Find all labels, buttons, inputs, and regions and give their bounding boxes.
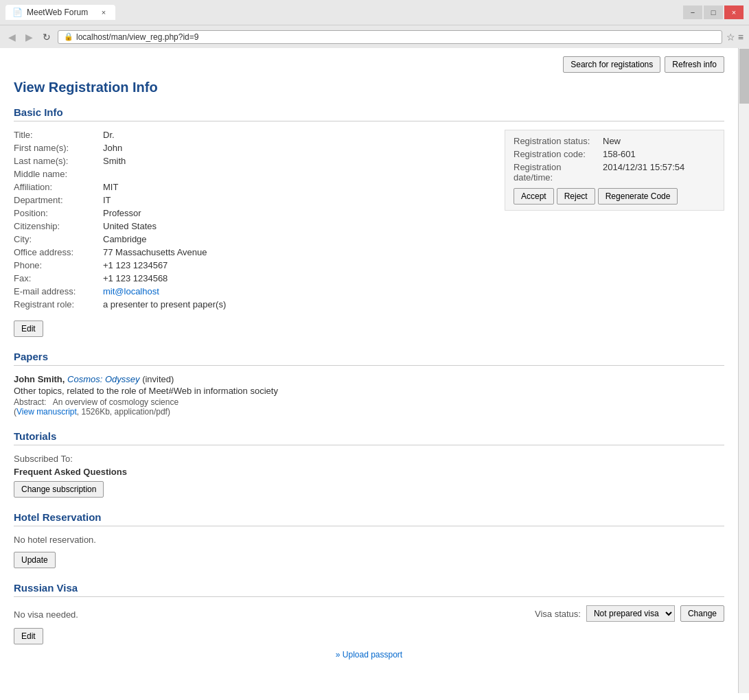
label-department: Department:	[14, 195, 103, 205]
info-row-affiliation: Affiliation: MIT	[14, 182, 477, 192]
papers-title: Papers	[14, 351, 724, 366]
label-fax: Fax:	[14, 273, 103, 283]
tutorials-section: Tutorials Subscribed To: Frequent Asked …	[14, 430, 724, 498]
info-row-position: Position: Professor	[14, 208, 477, 218]
value-title: Dr.	[103, 130, 115, 140]
close-button[interactable]: ×	[724, 5, 744, 19]
label-affiliation: Affiliation:	[14, 182, 103, 192]
value-email: mit@localhost	[103, 286, 159, 296]
info-row-role: Registrant role: a presenter to present …	[14, 299, 477, 310]
basic-info-grid: Title: Dr. First name(s): John Last name…	[14, 130, 724, 312]
forward-button[interactable]: ▶	[23, 30, 36, 44]
page-title: View Registration Info	[14, 80, 724, 95]
tab-title: MeetWeb Forum	[27, 8, 88, 17]
reg-code-label: Registration code:	[514, 149, 603, 159]
paper-topic: Other topics, related to the role of Mee…	[14, 386, 724, 396]
change-subscription-button[interactable]: Change subscription	[14, 481, 104, 498]
reg-date-value: 2014/12/31 15:57:54	[603, 162, 684, 183]
tab-page-icon: 📄	[12, 8, 23, 17]
info-row-email: E-mail address: mit@localhost	[14, 286, 477, 296]
label-title: Title:	[14, 130, 103, 140]
label-email: E-mail address:	[14, 286, 103, 296]
value-office: 77 Massachusetts Avenue	[103, 247, 207, 257]
label-phone: Phone:	[14, 260, 103, 270]
info-row-department: Department: IT	[14, 195, 477, 205]
window-controls: − □ ×	[683, 5, 744, 19]
value-affiliation: MIT	[103, 182, 118, 192]
info-row-office: Office address: 77 Massachusetts Avenue	[14, 247, 477, 257]
paper-abstract: Abstract: An overview of cosmology scien…	[14, 397, 724, 407]
value-city: Cambridge	[103, 234, 147, 244]
registration-status-inner: Registration status: New Registration co…	[505, 130, 724, 211]
browser-tab[interactable]: 📄 MeetWeb Forum ×	[5, 5, 115, 20]
registration-status-box: Registration status: New Registration co…	[505, 130, 724, 312]
paper-invited: (invited)	[142, 374, 174, 384]
regenerate-code-button[interactable]: Regenerate Code	[598, 188, 678, 205]
tab-close-button[interactable]: ×	[99, 8, 108, 17]
info-row-title: Title: Dr.	[14, 130, 477, 140]
reject-button[interactable]: Reject	[557, 188, 595, 205]
top-actions: Search for registations Refresh info	[14, 56, 724, 73]
back-button[interactable]: ◀	[5, 30, 19, 44]
label-firstname: First name(s):	[14, 143, 103, 153]
maximize-button[interactable]: □	[704, 5, 723, 19]
basic-info-section: Basic Info Title: Dr. First name(s): Joh…	[14, 106, 724, 337]
url-lock-icon: 🔒	[64, 32, 73, 41]
value-lastname: Smith	[103, 156, 126, 166]
hotel-update-button[interactable]: Update	[14, 552, 56, 568]
menu-icon[interactable]: ≡	[738, 32, 744, 43]
tutorial-name: Frequent Asked Questions	[14, 467, 724, 477]
no-reservation-text: No hotel reservation.	[14, 535, 724, 545]
label-citizenship: Citizenship:	[14, 221, 103, 231]
info-row-citizenship: Citizenship: United States	[14, 221, 477, 231]
value-position: Professor	[103, 208, 141, 218]
reg-status-row: Registration status: New	[514, 136, 715, 146]
no-visa-text: No visa needed.	[14, 609, 78, 620]
upload-passport-link[interactable]: » Upload passport	[336, 650, 402, 660]
visa-status-select[interactable]: Not prepared visa Prepared visa Visa rea…	[586, 605, 675, 622]
personal-info-table: Title: Dr. First name(s): John Last name…	[14, 130, 477, 312]
russian-visa-section: Russian Visa No visa needed. Edit Visa s…	[14, 582, 724, 660]
label-middlename: Middle name:	[14, 169, 103, 179]
info-row-lastname: Last name(s): Smith	[14, 156, 477, 166]
reload-button[interactable]: ↻	[40, 30, 54, 44]
label-role: Registrant role:	[14, 299, 103, 310]
paper-header: John Smith, Cosmos: Odyssey (invited)	[14, 374, 724, 384]
accept-button[interactable]: Accept	[514, 188, 554, 205]
email-link[interactable]: mit@localhost	[103, 286, 159, 296]
page-content: Search for registations Refresh info Vie…	[0, 48, 738, 693]
refresh-info-button[interactable]: Refresh info	[665, 56, 724, 73]
label-position: Position:	[14, 208, 103, 218]
basic-info-edit-button[interactable]: Edit	[14, 320, 43, 337]
value-department: IT	[103, 195, 111, 205]
bookmark-icon[interactable]: ☆	[726, 32, 735, 43]
basic-info-edit-area: Edit	[14, 320, 724, 337]
info-row-firstname: First name(s): John	[14, 143, 477, 153]
value-firstname: John	[103, 143, 122, 153]
info-row-phone: Phone: +1 123 1234567	[14, 260, 477, 270]
visa-change-button[interactable]: Change	[680, 605, 724, 622]
value-citizenship: United States	[103, 221, 157, 231]
abstract-label: Abstract: An overview of cosmology scien…	[14, 397, 178, 407]
url-text: localhost/man/view_reg.php?id=9	[76, 32, 716, 42]
url-bar[interactable]: 🔒 localhost/man/view_reg.php?id=9	[58, 30, 722, 44]
manuscript-link[interactable]: View manuscript	[16, 407, 77, 417]
nav-extras: ☆ ≡	[726, 32, 744, 43]
scrollbar-thumb[interactable]	[739, 49, 749, 104]
value-role: a presenter to present paper(s)	[103, 299, 226, 310]
info-row-middlename: Middle name:	[14, 169, 477, 179]
nav-bar: ◀ ▶ ↻ 🔒 localhost/man/view_reg.php?id=9 …	[0, 25, 749, 48]
search-registrations-button[interactable]: Search for registations	[563, 56, 660, 73]
papers-section: Papers John Smith, Cosmos: Odyssey (invi…	[14, 351, 724, 417]
visa-edit-button[interactable]: Edit	[14, 628, 43, 644]
visa-right: Visa status: Not prepared visa Prepared …	[535, 605, 724, 622]
minimize-button[interactable]: −	[683, 5, 702, 19]
reg-code-row: Registration code: 158-601	[514, 149, 715, 159]
scrollbar-track[interactable]	[738, 48, 749, 693]
info-row-fax: Fax: +1 123 1234568	[14, 273, 477, 283]
paper-title-text: Cosmos: Odyssey	[67, 374, 139, 384]
reg-date-row: Registration date/time: 2014/12/31 15:57…	[514, 162, 715, 183]
label-lastname: Last name(s):	[14, 156, 103, 166]
paper-manuscript: (View manuscript, 1526Kb, application/pd…	[14, 407, 724, 417]
hotel-title: Hotel Reservation	[14, 511, 724, 526]
